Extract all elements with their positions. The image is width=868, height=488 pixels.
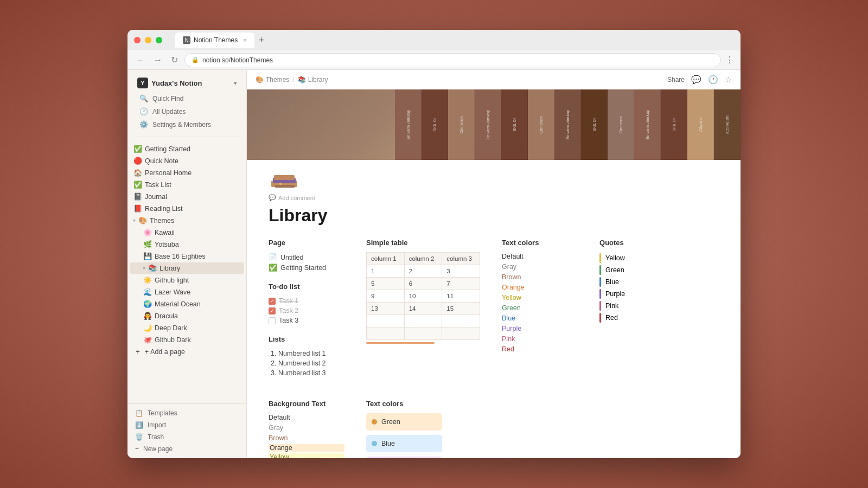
- breadcrumb-library[interactable]: 📚 Library: [298, 76, 328, 84]
- todo-label-3: Task 3: [279, 317, 298, 324]
- quote-bar-red: [599, 313, 601, 323]
- color-orange: Orange: [502, 283, 578, 292]
- dracula-label: Dracula: [155, 312, 240, 320]
- import-icon: ⬇️: [135, 421, 143, 429]
- rtc-dot-blue: [372, 441, 377, 446]
- sidebar-all-updates[interactable]: 🕐 All Updates: [134, 105, 240, 118]
- book-spine: En varm vänskap: [554, 89, 581, 160]
- svg-point-4: [279, 183, 282, 185]
- sidebar-settings[interactable]: ⚙️ Settings & Members: [134, 118, 240, 131]
- sidebar-item-themes[interactable]: ▾ 🎨 Themes: [130, 215, 244, 226]
- color-blue: Blue: [502, 314, 578, 323]
- quote-bar-blue: [599, 277, 601, 287]
- lazer-wave-icon: 🌊: [143, 288, 152, 296]
- traffic-light-red[interactable]: [134, 37, 141, 43]
- task-list-icon: ✅: [133, 181, 143, 189]
- text-colors-list: Default Gray Brown Orange Yellow Green B…: [502, 252, 578, 354]
- sidebar-quick-find[interactable]: 🔍 Quick Find: [134, 92, 240, 105]
- sidebar-item-github-dark[interactable]: 🐙 Github Dark: [130, 334, 244, 345]
- workspace-header[interactable]: Y Yudax's Notion ▾: [133, 74, 241, 92]
- table-cell: 3: [442, 265, 480, 278]
- quick-note-icon: 🔴: [133, 157, 143, 165]
- add-comment-button[interactable]: 💬 Add comment: [269, 194, 719, 201]
- book-spine: SKIL DI: [661, 89, 687, 160]
- lazer-wave-label: Lazer Wave: [155, 288, 240, 296]
- table-container[interactable]: column 1 column 2 column 3 1 2: [366, 252, 480, 344]
- sidebar-item-journal[interactable]: 📓 Journal: [130, 191, 244, 202]
- bg-text-title: Background Text: [269, 400, 344, 408]
- sidebar-item-reading-list[interactable]: 📕 Reading List: [130, 203, 244, 214]
- sidebar-item-personal-home[interactable]: 🏠 Personal Home: [130, 167, 244, 178]
- sidebar-bottom: 📋 Templates ⬇️ Import 🗑️ Trash + New pag…: [127, 403, 246, 458]
- book-spine: Cinnamon: [528, 89, 554, 160]
- browser-menu-button[interactable]: ⋮: [725, 55, 734, 65]
- sidebar-item-kawaii[interactable]: 🌸 Kawaii: [130, 227, 244, 238]
- traffic-light-green[interactable]: [156, 37, 162, 43]
- comment-icon[interactable]: 💬: [691, 75, 701, 85]
- sidebar-item-base16[interactable]: 💾 Base 16 Eighties: [130, 251, 244, 262]
- page-section: Page 📄 Untitled ✅ Getting Started To-do …: [269, 239, 344, 378]
- page-link-getting-started[interactable]: ✅ Getting Started: [269, 262, 344, 273]
- page-section-title: Page: [269, 239, 344, 247]
- reload-button[interactable]: ↻: [169, 54, 180, 66]
- new-page-icon: +: [135, 445, 139, 453]
- book-spine: SKIL DI: [501, 89, 528, 160]
- rtc-section: Text colors Green Blue: [366, 400, 442, 458]
- todo-item-3: Task 3: [269, 316, 344, 325]
- back-button[interactable]: ←: [134, 54, 147, 66]
- address-bar[interactable]: 🔒 notion.so/NotionThemes: [184, 53, 721, 67]
- sidebar-item-material-ocean[interactable]: 🌍 Material Ocean: [130, 298, 244, 310]
- share-button[interactable]: Share: [667, 76, 685, 84]
- sidebar-item-quick-note[interactable]: 🔴 Quick Note: [130, 155, 244, 166]
- todo-checkbox-1[interactable]: ✓: [269, 298, 276, 305]
- quote-purple-label: Purple: [605, 290, 625, 298]
- todo-checkbox-3[interactable]: [269, 317, 276, 324]
- content-area: 🎨 Themes / 📚 Library Share 💬 🕐 ☆: [247, 70, 741, 458]
- todo-section-title: To-do list: [269, 282, 344, 291]
- import-label: Import: [148, 421, 166, 429]
- lock-icon: 🔒: [192, 56, 199, 63]
- tab-favicon: N: [183, 36, 190, 44]
- library-label: Library: [159, 265, 240, 272]
- tab-close-button[interactable]: ×: [243, 37, 246, 43]
- add-page-icon: +: [133, 348, 143, 356]
- clock-icon[interactable]: 🕐: [708, 75, 718, 85]
- tab-title: Notion Themes: [194, 36, 238, 44]
- sidebar-item-github-light[interactable]: ☀️ Github light: [130, 274, 244, 286]
- sidebar-item-getting-started[interactable]: ✅ Getting Started: [130, 143, 244, 155]
- quick-note-label: Quick Note: [145, 157, 240, 165]
- reading-list-label: Reading List: [145, 205, 240, 213]
- sidebar-item-yotsuba[interactable]: 🌿 Yotsuba: [130, 239, 244, 250]
- sidebar-add-page[interactable]: + + Add a page: [130, 346, 244, 357]
- sidebar-new-page[interactable]: + New page: [131, 443, 243, 455]
- breadcrumb-themes[interactable]: 🎨 Themes: [256, 76, 289, 84]
- sidebar-templates[interactable]: 📋 Templates: [131, 407, 243, 419]
- quotes-title: Quotes: [599, 239, 675, 247]
- sidebar-import[interactable]: ⬇️ Import: [131, 419, 243, 431]
- sidebar-item-dracula[interactable]: 🧛 Dracula: [130, 310, 244, 322]
- todo-label-2: Task 2: [279, 307, 298, 314]
- sidebar-divider: [132, 137, 242, 137]
- todo-checkbox-2[interactable]: ✓: [269, 307, 276, 314]
- breadcrumb-library-label: Library: [308, 76, 328, 84]
- color-purple: Purple: [502, 324, 578, 333]
- deep-dark-icon: 🌙: [143, 324, 152, 332]
- page-link-untitled[interactable]: 📄 Untitled: [269, 252, 344, 262]
- sidebar-item-lazer-wave[interactable]: 🌊 Lazer Wave: [130, 286, 244, 298]
- kawaii-label: Kawaii: [155, 229, 240, 236]
- sidebar-item-library[interactable]: ▾ 📚 Library: [130, 262, 244, 274]
- forward-button[interactable]: →: [151, 54, 164, 66]
- sidebar-trash[interactable]: 🗑️ Trash: [131, 431, 243, 443]
- sidebar-item-task-list[interactable]: ✅ Task List: [130, 179, 244, 190]
- yotsuba-label: Yotsuba: [155, 241, 240, 248]
- new-tab-button[interactable]: +: [259, 35, 265, 45]
- themes-label: Themes: [150, 217, 240, 224]
- table-cell: 1: [367, 265, 405, 278]
- table-header-row: column 1 column 2 column 3: [367, 253, 480, 265]
- sidebar-item-deep-dark[interactable]: 🌙 Deep Dark: [130, 322, 244, 333]
- traffic-light-yellow[interactable]: [145, 37, 151, 43]
- active-tab[interactable]: N Notion Themes ×: [175, 33, 254, 48]
- star-icon[interactable]: ☆: [725, 75, 732, 85]
- page-icon: [269, 164, 301, 194]
- quote-yellow: Yellow: [599, 252, 675, 264]
